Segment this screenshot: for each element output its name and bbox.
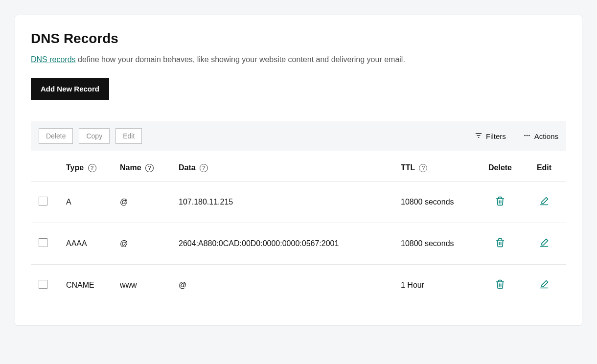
help-icon[interactable]: ?: [145, 164, 154, 172]
cell-data: @: [173, 265, 395, 306]
cell-name: www: [114, 265, 173, 306]
cell-type: A: [60, 182, 114, 223]
actions-button[interactable]: Actions: [524, 132, 558, 140]
edit-icon: [539, 238, 549, 250]
dots-icon: [524, 132, 530, 140]
col-type-label: Type: [66, 163, 84, 172]
cell-name: @: [114, 182, 173, 223]
records-table-wrapper: Delete Copy Edit Filters: [31, 121, 566, 306]
edit-row-button[interactable]: [539, 279, 549, 291]
cell-type: CNAME: [60, 265, 114, 306]
records-table: Type ? Name ? Data ? TTL ? De: [31, 151, 566, 306]
row-checkbox[interactable]: [39, 238, 47, 247]
add-new-record-button[interactable]: Add New Record: [31, 78, 109, 100]
cell-ttl: 10800 seconds: [395, 223, 478, 265]
cell-ttl: 1 Hour: [395, 265, 478, 306]
trash-icon: [495, 279, 505, 291]
page-title: DNS Records: [31, 31, 566, 46]
toolbar-right: Filters Actions: [475, 132, 558, 140]
col-ttl-label: TTL: [401, 163, 415, 172]
help-icon[interactable]: ?: [419, 164, 427, 172]
delete-row-button[interactable]: [495, 238, 505, 250]
help-icon[interactable]: ?: [88, 164, 96, 172]
svg-point-4: [527, 135, 528, 136]
table-row: A@107.180.11.21510800 seconds: [31, 182, 566, 223]
col-data-label: Data: [179, 163, 196, 172]
edit-row-button[interactable]: [539, 196, 549, 208]
delete-row-button[interactable]: [495, 279, 505, 291]
edit-icon: [539, 196, 549, 208]
table-row: CNAMEwww@1 Hour: [31, 265, 566, 306]
dns-records-link[interactable]: DNS records: [31, 55, 76, 64]
toolbar-left: Delete Copy Edit: [39, 128, 142, 144]
bulk-copy-button[interactable]: Copy: [79, 128, 110, 144]
table-row: AAAA@2604:A880:0CAD:00D0:0000:0000:0567:…: [31, 223, 566, 265]
cell-data: 107.180.11.215: [173, 182, 395, 223]
cell-type: AAAA: [60, 223, 114, 265]
row-checkbox[interactable]: [39, 197, 47, 205]
page-description: DNS records define how your domain behav…: [31, 55, 566, 64]
edit-icon: [539, 279, 549, 291]
svg-point-3: [524, 135, 525, 136]
help-icon[interactable]: ?: [200, 164, 208, 172]
filter-icon: [475, 132, 482, 140]
trash-icon: [495, 238, 505, 250]
col-name-label: Name: [120, 163, 141, 172]
actions-label: Actions: [534, 132, 558, 140]
dns-records-card: DNS Records DNS records define how your …: [15, 15, 582, 326]
cell-name: @: [114, 223, 173, 265]
filters-label: Filters: [486, 132, 506, 140]
row-checkbox[interactable]: [39, 280, 47, 289]
bulk-delete-button[interactable]: Delete: [39, 128, 73, 144]
description-text: define how your domain behaves, like sho…: [76, 55, 405, 64]
edit-row-button[interactable]: [539, 238, 549, 250]
table-toolbar: Delete Copy Edit Filters: [31, 121, 566, 151]
cell-data: 2604:A880:0CAD:00D0:0000:0000:0567:2001: [173, 223, 395, 265]
col-delete-label: Delete: [488, 163, 512, 172]
svg-point-5: [528, 135, 529, 136]
col-edit-label: Edit: [537, 163, 551, 172]
bulk-edit-button[interactable]: Edit: [115, 128, 142, 144]
delete-row-button[interactable]: [495, 196, 505, 208]
cell-ttl: 10800 seconds: [395, 182, 478, 223]
trash-icon: [495, 196, 505, 208]
filters-button[interactable]: Filters: [475, 132, 506, 140]
